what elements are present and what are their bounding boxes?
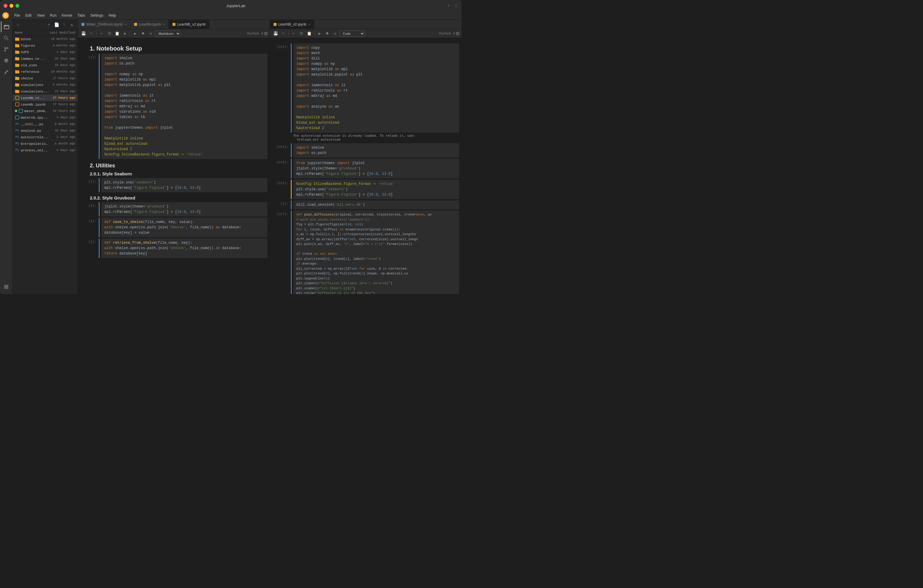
menu-help[interactable]: Help: [106, 13, 118, 18]
paste-tool-right[interactable]: 📋: [306, 30, 312, 37]
menu-run[interactable]: Run: [48, 13, 59, 18]
cell-content-r224[interactable]: %config InlineBackend.figure_format = 'r…: [294, 179, 460, 199]
folder-icon[interactable]: [1, 21, 11, 32]
new-folder-icon[interactable]: +: [46, 21, 52, 28]
restart-tool[interactable]: ↺: [148, 30, 154, 37]
cell-content-4[interactable]: def save_to_shelve(file_name, key, value…: [102, 218, 267, 237]
tab-dot-water: [82, 23, 84, 26]
folder-icon-boxes: [15, 36, 20, 41]
menu-tabs[interactable]: Tabs: [75, 13, 87, 18]
file-item-autocorrela[interactable]: Py autocorrela... 2 days ago: [13, 134, 77, 140]
cell-content-5[interactable]: def retrieve_from_shelve(file_name, key)…: [102, 238, 267, 258]
run-tool-right[interactable]: ▶: [316, 30, 323, 37]
file-date-process-vel: 2 days ago: [48, 148, 75, 152]
menu-kernel[interactable]: Kernel: [59, 13, 75, 18]
tab-close-right[interactable]: ✕: [308, 23, 310, 26]
extensions-icon[interactable]: [1, 281, 11, 292]
cut-tool[interactable]: ✂: [99, 30, 105, 37]
cell-content-r134[interactable]: import copy import math import dill impo…: [294, 43, 460, 133]
file-item-boxes[interactable]: boxes 10 months ago: [13, 36, 77, 42]
file-item-reference[interactable]: reference 10 months ago: [13, 68, 77, 75]
upload-icon[interactable]: ↑: [61, 21, 67, 28]
tab-dot-leannb-v2-right: [274, 23, 276, 26]
file-name-leannb-v2: LeanNB_v2...: [21, 96, 48, 100]
tab-close-leannb[interactable]: ✕: [163, 23, 165, 26]
notebook-icon-leannb: [15, 102, 20, 107]
file-item-waternb[interactable]: Waternb.ipy... 4 days ago: [13, 114, 77, 121]
new-file-icon[interactable]: 📄: [53, 21, 60, 28]
cell-mode-select-right[interactable]: Code Markdown: [340, 31, 365, 36]
menu-icon[interactable]: ⋮: [454, 3, 458, 8]
maximize-button[interactable]: [15, 4, 19, 8]
tab-bar-right: LeanNB_v2.ipynb ✕: [270, 20, 462, 29]
menu-file[interactable]: File: [12, 13, 22, 18]
move-up-tool[interactable]: ▲: [122, 30, 128, 37]
cell-content-r225[interactable]: from jupyterthemes import jtplot jtplot.…: [294, 159, 460, 178]
notebook-icon-water: [18, 108, 23, 113]
add-cell-tool[interactable]: +: [88, 30, 95, 37]
tab-leannb[interactable]: LeanNb.ipynb ✕: [131, 20, 169, 29]
cell-content-r264[interactable]: import shelve import os.path: [294, 143, 460, 158]
file-item-old-sims[interactable]: old_sims 18 days ago: [13, 62, 77, 68]
cell-content-1[interactable]: import shelve import os.path import nump…: [102, 54, 267, 159]
home-icon[interactable]: ⌂: [15, 21, 21, 28]
file-item-init[interactable]: Py __init__.py a month ago: [13, 121, 77, 127]
file-name-extrapolatio: Extrapolatio...: [21, 142, 48, 146]
file-item-extrapolatio[interactable]: Py Extrapolatio... a month ago: [13, 140, 77, 147]
palette-icon[interactable]: [1, 55, 11, 66]
file-name-waternb: Waternb.ipy...: [21, 116, 48, 120]
cell-content-r3[interactable]: dill.load_session('all_vars.db'): [294, 200, 460, 209]
copy-tool[interactable]: ⧉: [106, 30, 113, 37]
save-tool-right[interactable]: 💾: [273, 30, 279, 37]
refresh-icon[interactable]: ↻: [69, 21, 75, 28]
kernel-label-right: Python 3: [439, 32, 455, 35]
file-item-hdf5[interactable]: hdf5 2 days ago: [13, 49, 77, 55]
save-tool[interactable]: 💾: [80, 30, 87, 37]
minimize-button[interactable]: [10, 4, 13, 8]
stop-tool-right[interactable]: ■: [324, 30, 331, 37]
tab-water[interactable]: Water_2048mols.ipynb ✕: [78, 20, 131, 29]
file-item-analyse[interactable]: Py analyse.py 18 days ago: [13, 127, 77, 134]
file-list: boxes 10 months ago figures 9 months ago…: [13, 36, 77, 294]
cell-content-2[interactable]: plt.style.use('seaborn') mpl.rcParams['f…: [102, 178, 267, 192]
file-item-water[interactable]: Water_2048... 16 hours ago: [13, 108, 77, 114]
svg-rect-15: [15, 96, 19, 100]
tab-leannb-v2-left[interactable]: LeanNB_v2.ipynb: [169, 20, 209, 29]
file-panel-header: ⌂ + 📄 ↑ ↻: [13, 20, 77, 30]
file-item-figures[interactable]: figures 9 months ago: [13, 42, 77, 49]
git-icon[interactable]: [1, 44, 11, 55]
menu-settings[interactable]: Settings: [88, 13, 105, 18]
file-item-simulations2[interactable]: simulations... 23 days ago: [13, 88, 77, 95]
svg-rect-11: [5, 285, 6, 287]
tab-leannb-v2-right[interactable]: LeanNB_v2.ipynb ✕: [270, 20, 315, 29]
file-name-analyse: analyse.py: [21, 129, 48, 133]
file-item-lammps[interactable]: lammps_te... 18 days ago: [13, 55, 77, 62]
close-button[interactable]: [3, 4, 7, 8]
nb-content-left[interactable]: 1. Notebook Setup [1]: import shelve imp…: [78, 38, 270, 294]
paste-tool[interactable]: 📋: [114, 30, 120, 37]
search-bar-icon[interactable]: [1, 33, 11, 43]
menu-view[interactable]: View: [34, 13, 47, 18]
tab-close-water[interactable]: ✕: [124, 23, 126, 26]
tools-icon[interactable]: [1, 67, 11, 77]
file-item-shelve[interactable]: shelve 17 hours ago: [13, 75, 77, 81]
copy-tool-right[interactable]: ⧉: [298, 30, 305, 37]
cut-tool-right[interactable]: ✂: [291, 30, 297, 37]
notebook-panel-left: Water_2048mols.ipynb ✕ LeanNb.ipynb ✕ Le…: [78, 20, 270, 294]
file-item-leannb[interactable]: LeanNb.ipynb 17 hours ago: [13, 101, 77, 108]
folder-icon-simulations2: [15, 89, 20, 94]
restart-tool-right[interactable]: ↺: [332, 30, 338, 37]
stop-tool[interactable]: ■: [140, 30, 146, 37]
add-cell-tool-right[interactable]: +: [280, 30, 287, 37]
run-tool[interactable]: ▶: [132, 30, 139, 37]
menu-edit[interactable]: Edit: [23, 13, 34, 18]
search-icon[interactable]: ⌕: [448, 3, 450, 8]
nb-content-right[interactable]: [134]: import copy import math import di…: [270, 38, 462, 294]
file-item-leannb-v2[interactable]: LeanNB_v2... 17 hours ago: [13, 95, 77, 101]
cell-content-r127[interactable]: def plot_diffusions(original, corrected,…: [294, 210, 460, 294]
file-item-process-vel[interactable]: Py process_vel... 2 days ago: [13, 147, 77, 153]
titlebar: JupyterLab ⌕ ⋮: [0, 0, 462, 11]
file-item-simulations[interactable]: simulations 9 months ago: [13, 81, 77, 88]
cell-mode-select[interactable]: Markdown Code: [155, 31, 181, 36]
cell-content-3[interactable]: jtplot.style(theme='gruvboxd') mpl.rcPar…: [102, 202, 267, 217]
